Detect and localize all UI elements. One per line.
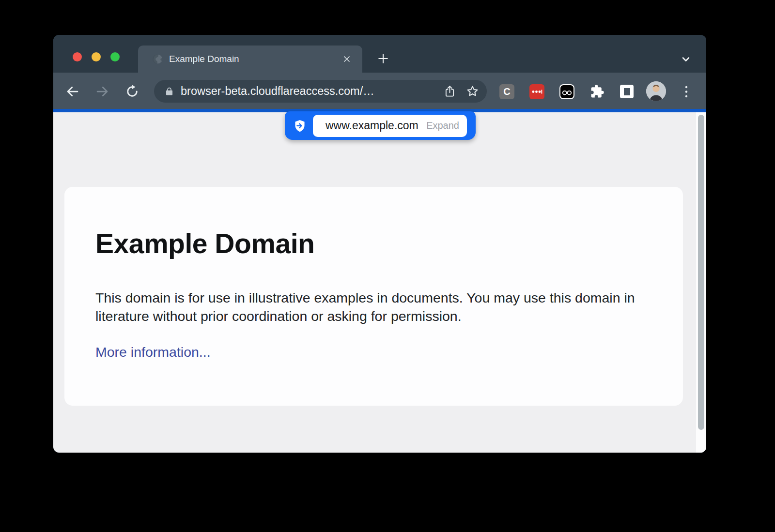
scrollbar-thumb[interactable] <box>698 115 704 430</box>
chevron-down-icon[interactable] <box>680 53 692 65</box>
side-panel-extension-button[interactable] <box>620 85 634 98</box>
red-dots-extension-icon <box>529 84 544 99</box>
kebab-menu-icon[interactable] <box>683 84 690 99</box>
extensions-puzzle-icon[interactable] <box>590 84 604 99</box>
bookmark-star-icon[interactable] <box>466 85 479 98</box>
scrollbar-track[interactable] <box>696 112 706 453</box>
expand-button[interactable]: Expand <box>426 120 459 131</box>
tab-example-domain[interactable]: Example Domain <box>138 46 362 73</box>
back-button[interactable] <box>65 84 80 99</box>
browser-window: Example Domain browser-beta.cloud <box>53 35 706 453</box>
new-tab-button[interactable] <box>376 52 390 65</box>
side-panel-extension-icon <box>624 88 630 95</box>
profile-avatar[interactable] <box>646 81 666 101</box>
lock-icon[interactable] <box>164 86 174 96</box>
forward-button[interactable] <box>95 84 109 99</box>
isolated-site-chip[interactable]: www.example.com Expand <box>313 115 467 137</box>
tab-strip: Example Domain <box>53 35 706 73</box>
content-card: Example Domain This domain is for use in… <box>64 187 683 406</box>
maximize-window-button[interactable] <box>110 52 120 61</box>
minimize-window-button[interactable] <box>92 52 101 61</box>
toolbar: browser-beta.cloudflareaccess.com/… C <box>53 73 706 109</box>
tab-title: Example Domain <box>169 54 342 64</box>
close-window-button[interactable] <box>73 52 82 61</box>
shield-arrow-icon <box>293 119 307 133</box>
isolated-site-url: www.example.com <box>326 119 418 132</box>
isolation-url-pill: www.example.com Expand <box>285 111 476 140</box>
tab-close-icon[interactable] <box>342 54 352 64</box>
url-text: browser-beta.cloudflareaccess.com/… <box>181 85 374 98</box>
address-bar[interactable]: browser-beta.cloudflareaccess.com/… <box>154 80 487 103</box>
reload-button[interactable] <box>125 84 140 99</box>
avatar-photo <box>646 81 666 101</box>
c-extension-button[interactable]: C <box>499 84 514 99</box>
page-viewport: www.example.com Expand Example Domain Th… <box>53 112 706 453</box>
more-information-link[interactable]: More information... <box>95 344 211 360</box>
page-title: Example Domain <box>95 228 683 258</box>
share-icon[interactable] <box>443 85 456 98</box>
page-paragraph: This domain is for use in illustrative e… <box>95 289 652 325</box>
two-circles-extension-icon <box>560 85 574 98</box>
two-circles-extension-button[interactable] <box>559 84 574 99</box>
red-dots-extension-button[interactable] <box>529 84 544 99</box>
globe-favicon-icon <box>153 54 163 64</box>
